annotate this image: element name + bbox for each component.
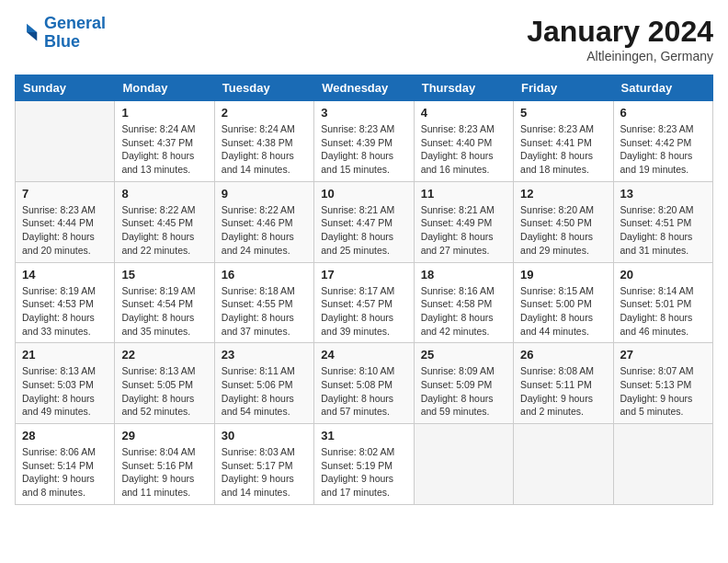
calendar-cell: 14Sunrise: 8:19 AMSunset: 4:53 PMDayligh… [16, 262, 115, 343]
day-info: Sunrise: 8:22 AMSunset: 4:45 PMDaylight:… [121, 203, 207, 258]
day-number: 8 [121, 187, 207, 201]
day-number: 24 [321, 348, 406, 362]
day-info: Sunrise: 8:07 AMSunset: 5:13 PMDaylight:… [620, 364, 706, 419]
day-number: 17 [321, 268, 406, 282]
day-info: Sunrise: 8:03 AMSunset: 5:17 PMDaylight:… [222, 445, 307, 500]
day-number: 25 [421, 348, 506, 362]
calendar-cell: 16Sunrise: 8:18 AMSunset: 4:55 PMDayligh… [214, 262, 313, 343]
day-info: Sunrise: 8:10 AMSunset: 5:08 PMDaylight:… [321, 364, 406, 419]
day-info: Sunrise: 8:20 AMSunset: 4:50 PMDaylight:… [520, 203, 606, 258]
calendar-cell: 13Sunrise: 8:20 AMSunset: 4:51 PMDayligh… [613, 181, 712, 262]
day-number: 21 [22, 348, 108, 362]
day-number: 3 [321, 106, 406, 120]
day-number: 16 [222, 268, 307, 282]
month-title: January 2024 [527, 15, 713, 49]
day-number: 22 [121, 348, 207, 362]
day-number: 4 [421, 106, 506, 120]
header-wednesday: Wednesday [314, 75, 414, 101]
day-info: Sunrise: 8:16 AMSunset: 4:58 PMDaylight:… [421, 284, 506, 339]
calendar-cell: 10Sunrise: 8:21 AMSunset: 4:47 PMDayligh… [314, 181, 414, 262]
day-info: Sunrise: 8:23 AMSunset: 4:40 PMDaylight:… [421, 122, 506, 177]
calendar-cell: 29Sunrise: 8:04 AMSunset: 5:16 PMDayligh… [115, 424, 214, 505]
header-thursday: Thursday [414, 75, 513, 101]
day-number: 26 [520, 348, 606, 362]
day-number: 23 [222, 348, 307, 362]
day-info: Sunrise: 8:09 AMSunset: 5:09 PMDaylight:… [421, 364, 506, 419]
calendar-week-row: 28Sunrise: 8:06 AMSunset: 5:14 PMDayligh… [16, 424, 713, 505]
day-info: Sunrise: 8:20 AMSunset: 4:51 PMDaylight:… [620, 203, 706, 258]
svg-marker-1 [27, 32, 37, 40]
calendar-cell: 5Sunrise: 8:23 AMSunset: 4:41 PMDaylight… [514, 101, 613, 182]
calendar-table: SundayMondayTuesdayWednesdayThursdayFrid… [15, 75, 713, 505]
calendar-cell: 9Sunrise: 8:22 AMSunset: 4:46 PMDaylight… [214, 181, 313, 262]
day-number: 12 [520, 187, 606, 201]
calendar-cell: 22Sunrise: 8:13 AMSunset: 5:05 PMDayligh… [115, 343, 214, 424]
day-number: 6 [620, 106, 706, 120]
day-info: Sunrise: 8:02 AMSunset: 5:19 PMDaylight:… [321, 445, 406, 500]
location-subtitle: Altleiningen, Germany [527, 49, 713, 63]
calendar-cell [16, 101, 115, 182]
svg-marker-0 [27, 24, 37, 32]
day-info: Sunrise: 8:21 AMSunset: 4:47 PMDaylight:… [321, 203, 406, 258]
day-number: 9 [222, 187, 307, 201]
day-info: Sunrise: 8:11 AMSunset: 5:06 PMDaylight:… [222, 364, 307, 419]
calendar-cell: 2Sunrise: 8:24 AMSunset: 4:38 PMDaylight… [214, 101, 313, 182]
calendar-cell: 6Sunrise: 8:23 AMSunset: 4:42 PMDaylight… [613, 101, 712, 182]
day-info: Sunrise: 8:04 AMSunset: 5:16 PMDaylight:… [121, 445, 207, 500]
calendar-cell: 24Sunrise: 8:10 AMSunset: 5:08 PMDayligh… [314, 343, 414, 424]
day-info: Sunrise: 8:14 AMSunset: 5:01 PMDaylight:… [620, 284, 706, 339]
calendar-cell: 15Sunrise: 8:19 AMSunset: 4:54 PMDayligh… [115, 262, 214, 343]
calendar-cell: 7Sunrise: 8:23 AMSunset: 4:44 PMDaylight… [16, 181, 115, 262]
day-number: 30 [222, 429, 307, 442]
day-number: 10 [321, 187, 406, 201]
day-info: Sunrise: 8:06 AMSunset: 5:14 PMDaylight:… [22, 445, 108, 500]
day-number: 1 [121, 106, 207, 120]
day-number: 28 [22, 429, 108, 442]
calendar-cell: 11Sunrise: 8:21 AMSunset: 4:49 PMDayligh… [414, 181, 513, 262]
day-number: 5 [520, 106, 606, 120]
calendar-cell: 31Sunrise: 8:02 AMSunset: 5:19 PMDayligh… [314, 424, 414, 505]
calendar-cell: 30Sunrise: 8:03 AMSunset: 5:17 PMDayligh… [214, 424, 313, 505]
header-friday: Friday [514, 75, 613, 101]
logo-line2: Blue [44, 32, 80, 51]
day-number: 14 [22, 268, 108, 282]
day-number: 13 [620, 187, 706, 201]
calendar-cell: 19Sunrise: 8:15 AMSunset: 5:00 PMDayligh… [514, 262, 613, 343]
day-info: Sunrise: 8:23 AMSunset: 4:41 PMDaylight:… [520, 122, 606, 177]
day-number: 7 [22, 187, 108, 201]
header-monday: Monday [115, 75, 214, 101]
calendar-cell: 25Sunrise: 8:09 AMSunset: 5:09 PMDayligh… [414, 343, 513, 424]
calendar-cell [514, 424, 613, 505]
logo-text: General Blue [44, 15, 106, 52]
calendar-week-row: 1Sunrise: 8:24 AMSunset: 4:37 PMDaylight… [16, 101, 713, 182]
calendar-cell [414, 424, 513, 505]
calendar-cell: 4Sunrise: 8:23 AMSunset: 4:40 PMDaylight… [414, 101, 513, 182]
day-number: 2 [222, 106, 307, 120]
day-number: 20 [620, 268, 706, 282]
calendar-cell: 20Sunrise: 8:14 AMSunset: 5:01 PMDayligh… [613, 262, 712, 343]
day-info: Sunrise: 8:21 AMSunset: 4:49 PMDaylight:… [421, 203, 506, 258]
calendar-cell: 8Sunrise: 8:22 AMSunset: 4:45 PMDaylight… [115, 181, 214, 262]
header-saturday: Saturday [613, 75, 712, 101]
header-sunday: Sunday [16, 75, 115, 101]
day-number: 11 [421, 187, 506, 201]
day-number: 29 [121, 429, 207, 442]
day-info: Sunrise: 8:19 AMSunset: 4:54 PMDaylight:… [121, 284, 207, 339]
calendar-header-row: SundayMondayTuesdayWednesdayThursdayFrid… [16, 75, 713, 101]
day-info: Sunrise: 8:15 AMSunset: 5:00 PMDaylight:… [520, 284, 606, 339]
day-info: Sunrise: 8:22 AMSunset: 4:46 PMDaylight:… [222, 203, 307, 258]
logo-line1: General [44, 14, 106, 32]
day-info: Sunrise: 8:13 AMSunset: 5:03 PMDaylight:… [22, 364, 108, 419]
calendar-cell: 21Sunrise: 8:13 AMSunset: 5:03 PMDayligh… [16, 343, 115, 424]
calendar-week-row: 7Sunrise: 8:23 AMSunset: 4:44 PMDaylight… [16, 181, 713, 262]
title-block: January 2024 Altleiningen, Germany [527, 15, 713, 63]
day-info: Sunrise: 8:23 AMSunset: 4:39 PMDaylight:… [321, 122, 406, 177]
day-info: Sunrise: 8:08 AMSunset: 5:11 PMDaylight:… [520, 364, 606, 419]
page-header: General Blue January 2024 Altleiningen, … [15, 15, 713, 63]
logo-icon [15, 20, 40, 46]
day-number: 15 [121, 268, 207, 282]
day-info: Sunrise: 8:23 AMSunset: 4:44 PMDaylight:… [22, 203, 108, 258]
day-number: 18 [421, 268, 506, 282]
day-info: Sunrise: 8:17 AMSunset: 4:57 PMDaylight:… [321, 284, 406, 339]
header-tuesday: Tuesday [214, 75, 313, 101]
